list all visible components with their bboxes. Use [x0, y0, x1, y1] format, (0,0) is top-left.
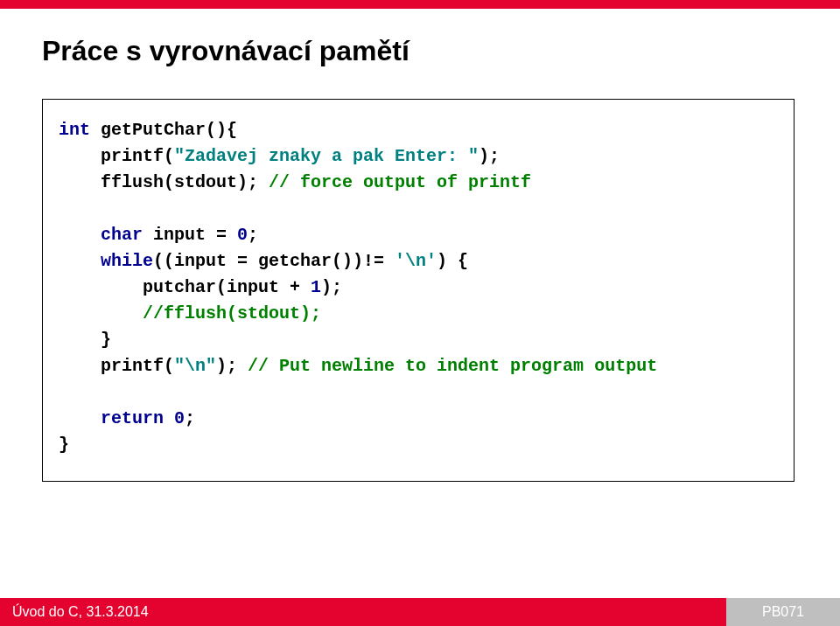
code-line-12a: [164, 408, 174, 428]
kw-while: while: [101, 251, 153, 271]
code-line-2b: );: [479, 146, 500, 166]
fn-decl: getPutChar(){: [90, 120, 237, 140]
code-line-9: }: [59, 330, 111, 350]
num-one: 1: [311, 277, 321, 297]
slide-footer: Úvod do C, 31.3.2014 PB071: [0, 598, 840, 626]
code-line-10a: printf(: [59, 356, 174, 376]
kw-char: char: [101, 225, 143, 245]
cmt-put: // Put newline to indent program output: [248, 356, 657, 376]
code-line-2a: printf(: [59, 146, 174, 166]
str-nl: "\n": [174, 356, 216, 376]
code-line-6b: ) {: [437, 251, 468, 271]
kw-int: int: [59, 120, 90, 140]
top-accent-bar: [0, 0, 840, 9]
brace-close: }: [59, 435, 69, 455]
cmt-force: // force output of printf: [269, 172, 531, 192]
code-line-5a: input =: [143, 225, 237, 245]
code-line-6a: ((input = getchar())!=: [153, 251, 395, 271]
num-zero-b: 0: [174, 408, 185, 428]
code-line-12b: ;: [185, 408, 195, 428]
code-line-7a: putchar(input +: [59, 277, 311, 297]
num-zero: 0: [237, 225, 248, 245]
str-prompt: "Zadavej znaky a pak Enter: ": [174, 146, 479, 166]
slide-content: Práce s vyrovnávací pamětí int getPutCha…: [0, 9, 840, 482]
code-line-10b: );: [216, 356, 248, 376]
str-newline: '\n': [395, 251, 437, 271]
code-line-3a: fflush(stdout);: [59, 172, 269, 192]
cmt-fflush: //fflush(stdout);: [59, 303, 321, 323]
code-block: int getPutChar(){ printf("Zadavej znaky …: [42, 99, 794, 482]
kw-return: return: [101, 408, 164, 428]
footer-right: PB071: [726, 598, 840, 626]
code-line-7b: );: [321, 277, 342, 297]
code-line-5b: ;: [248, 225, 258, 245]
footer-left: Úvod do C, 31.3.2014: [0, 598, 726, 626]
slide-title: Práce s vyrovnávací pamětí: [42, 35, 798, 67]
